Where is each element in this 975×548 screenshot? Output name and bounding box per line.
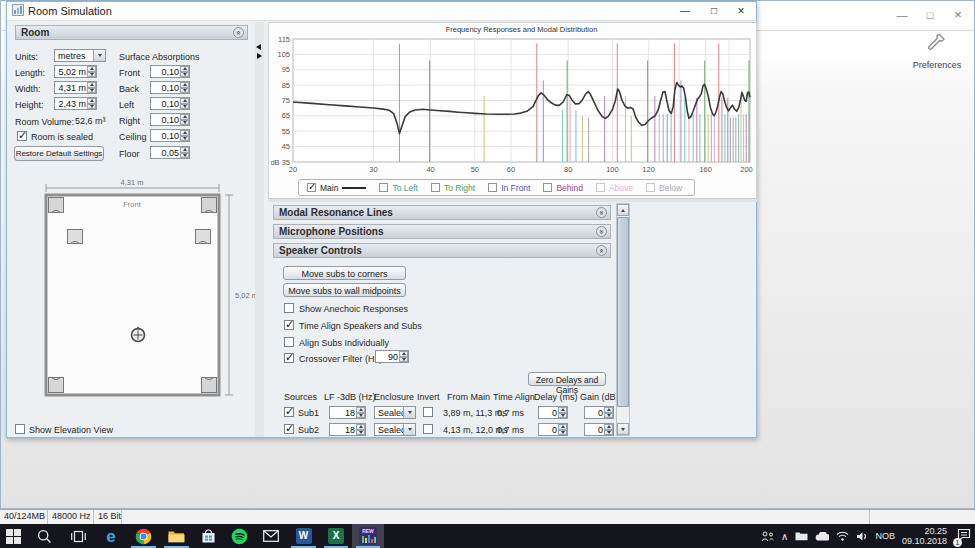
taskbar-rew[interactable]: REW — [352, 524, 384, 548]
taskbar-excel[interactable]: X — [320, 524, 352, 548]
room-sealed-checkbox[interactable] — [17, 131, 27, 141]
dialog-minimize-button[interactable]: — — [672, 2, 698, 20]
taskbar-mail[interactable] — [254, 524, 287, 548]
crossover-field[interactable]: 90 — [375, 350, 409, 363]
spinner-arrows[interactable] — [604, 407, 613, 418]
restore-defaults-button[interactable]: Restore Default Settings — [14, 146, 104, 161]
dropdown-arrow-icon[interactable] — [93, 50, 105, 61]
spinner-arrows[interactable] — [356, 424, 365, 435]
legend-item-to-right[interactable]: To Right — [431, 183, 475, 193]
legend-item-main[interactable]: Main — [307, 183, 366, 193]
zero-delays-button[interactable]: Zero Delays and Gains — [528, 372, 606, 386]
right-absorption-field[interactable]: 0,10 — [150, 113, 190, 126]
sub1-delay-field[interactable]: 0 — [538, 406, 568, 419]
room-panel-header[interactable]: Room « — [15, 25, 248, 40]
language-indicator[interactable]: NOB — [875, 531, 895, 541]
task-view-button[interactable] — [61, 524, 95, 548]
splitpane-divider[interactable] — [255, 22, 264, 437]
collapse-right-icon[interactable] — [257, 53, 262, 59]
legend-item-to-left[interactable]: To Left — [379, 183, 418, 193]
legend-item-above[interactable]: Above — [596, 183, 633, 193]
taskbar-edge[interactable]: e — [95, 524, 127, 548]
legend-item-below[interactable]: Below — [646, 183, 682, 193]
expand-down-icon[interactable]: » — [596, 207, 607, 218]
collapse-up-icon[interactable]: « — [233, 27, 244, 38]
start-button[interactable] — [0, 524, 27, 548]
spinner-arrows[interactable] — [180, 66, 189, 77]
move-subs-midpoints-button[interactable]: Move subs to wall midpoints — [283, 283, 406, 297]
onedrive-cloud-icon[interactable] — [815, 532, 829, 541]
floor-absorption-field[interactable]: 0,05 — [150, 146, 190, 159]
microphone-positions-panel-header[interactable]: Microphone Positions » — [273, 224, 611, 239]
preferences-button[interactable]: Preferences — [906, 34, 968, 72]
sub1-lf-field[interactable]: 18 — [329, 406, 366, 419]
time-align-checkbox[interactable] — [284, 320, 294, 330]
crossover-checkbox[interactable] — [284, 353, 294, 363]
spinner-arrows[interactable] — [180, 114, 189, 125]
collapse-up-icon[interactable]: « — [596, 245, 607, 256]
collapse-left-icon[interactable] — [256, 44, 261, 50]
people-icon[interactable] — [761, 531, 774, 542]
sub1-enable-checkbox[interactable] — [284, 407, 294, 417]
frequency-chart[interactable]: 115105958575655545dB 3520304050608010012… — [271, 24, 754, 180]
spinner-arrows[interactable] — [399, 351, 408, 362]
spinner-arrows[interactable] — [356, 407, 365, 418]
spinner-arrows[interactable] — [180, 130, 189, 141]
legend-checkbox[interactable] — [488, 183, 497, 192]
legend-checkbox[interactable] — [646, 183, 655, 192]
taskbar-clock[interactable]: 20.25 09.10.2018 — [902, 526, 947, 546]
taskbar-word[interactable]: W — [287, 524, 320, 548]
sub2-delay-field[interactable]: 0 — [538, 423, 568, 436]
show-elevation-checkbox[interactable] — [15, 424, 25, 434]
volume-icon[interactable] — [856, 531, 868, 542]
hidden-icons-chevron[interactable]: ∧ — [781, 531, 788, 542]
dialog-maximize-button[interactable]: □ — [701, 2, 727, 20]
taskbar-store[interactable] — [193, 524, 224, 548]
modal-resonance-panel-header[interactable]: Modal Resonance Lines » — [273, 205, 611, 220]
sub2-invert-checkbox[interactable] — [423, 424, 433, 434]
back-absorption-field[interactable]: 0,10 — [150, 81, 190, 94]
spinner-arrows[interactable] — [180, 98, 189, 109]
scroll-up-icon[interactable] — [617, 204, 629, 216]
move-subs-corners-button[interactable]: Move subs to corners — [283, 266, 406, 280]
front-absorption-field[interactable]: 0,10 — [150, 65, 190, 78]
sub2-gain-field[interactable]: 0 — [584, 423, 614, 436]
height-field[interactable]: 2,43 m — [54, 97, 97, 110]
left-absorption-field[interactable]: 0,10 — [150, 97, 190, 110]
dialog-close-button[interactable]: × — [728, 2, 754, 20]
legend-checkbox[interactable] — [379, 183, 388, 192]
sub1-invert-checkbox[interactable] — [423, 407, 433, 417]
spinner-arrows[interactable] — [558, 424, 567, 435]
legend-item-behind[interactable]: Behind — [543, 183, 582, 193]
spinner-arrows[interactable] — [87, 66, 96, 77]
vertical-scrollbar[interactable] — [616, 203, 630, 436]
spinner-arrows[interactable] — [604, 424, 613, 435]
speaker-controls-panel-header[interactable]: Speaker Controls « — [273, 243, 611, 258]
sub2-lf-field[interactable]: 18 — [329, 423, 366, 436]
legend-checkbox[interactable] — [596, 183, 605, 192]
expand-down-icon[interactable]: » — [596, 226, 607, 237]
search-button[interactable] — [27, 524, 61, 548]
dropdown-arrow-icon[interactable] — [403, 424, 415, 435]
align-subs-checkbox[interactable] — [284, 337, 294, 347]
action-center-button[interactable]: 1 — [957, 527, 971, 545]
scroll-down-icon[interactable] — [617, 423, 629, 435]
legend-checkbox[interactable] — [431, 183, 440, 192]
wifi-icon[interactable] — [836, 531, 849, 541]
legend-checkbox[interactable] — [307, 183, 316, 192]
sub2-enclosure-dropdown[interactable]: Sealed — [374, 423, 416, 436]
bg-maximize-button[interactable]: □ — [918, 5, 942, 25]
ceiling-absorption-field[interactable]: 0,10 — [150, 129, 190, 142]
show-anechoic-checkbox[interactable] — [284, 303, 294, 313]
tray-folder-icon[interactable] — [795, 531, 808, 541]
sub2-enable-checkbox[interactable] — [284, 424, 294, 434]
bg-minimize-button[interactable]: — — [890, 5, 914, 25]
legend-item-in-front[interactable]: In Front — [488, 183, 530, 193]
legend-checkbox[interactable] — [543, 183, 552, 192]
spinner-arrows[interactable] — [87, 82, 96, 93]
dropdown-arrow-icon[interactable] — [403, 407, 415, 418]
spinner-arrows[interactable] — [558, 407, 567, 418]
sub1-enclosure-dropdown[interactable]: Sealed — [374, 406, 416, 419]
horizontal-splitter[interactable] — [268, 198, 757, 202]
taskbar-chrome[interactable] — [127, 524, 160, 548]
